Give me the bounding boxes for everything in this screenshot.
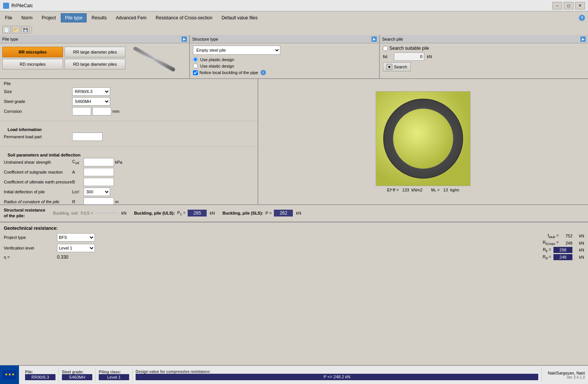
piling-status-value: Level 1 [99, 374, 129, 380]
steel-grade-select[interactable]: S460MH [72, 97, 110, 106]
structure-type-expand-icon[interactable]: ▶ [371, 36, 377, 42]
undrained-symbol: Cud [72, 159, 84, 165]
structure-dropdown-row: Empty steel pile Concrete filled Steel w… [193, 46, 376, 55]
eta-value: 0.330 [57, 254, 68, 260]
structure-content: Empty steel pile Concrete filled Steel w… [190, 43, 379, 78]
undrained-unit: kPa [115, 160, 122, 164]
size-select[interactable]: RR90/6.3 [72, 87, 110, 96]
structure-type-panel: Structure type ▶ Empty steel pile Concre… [190, 35, 380, 78]
structure-type-select[interactable]: Empty steel pile Concrete filled Steel w… [193, 46, 280, 55]
search-button-label: Search [394, 65, 407, 69]
rr-large-button[interactable]: RR large diameter piles [65, 47, 125, 57]
suitable-pile-checkbox[interactable] [383, 46, 388, 51]
rd-value: 248 [553, 254, 572, 260]
rk-unit: kN [575, 248, 584, 252]
radius-unit: m [115, 199, 119, 204]
eta-row: η = 0.330 [4, 254, 501, 260]
radius-input[interactable]: 75 [84, 198, 114, 204]
rd-large-button[interactable]: RD large diameter piles [65, 59, 125, 70]
status-bar: ★★★ Pile: RR90/6.3 Steel grade: S460MH P… [0, 365, 588, 384]
subgrade-label: Coefficient of subgrade reaction [4, 170, 72, 174]
pile-diagram-panel: EIᵉff = 133 kNm2 Mₛ = 13 kg/m [258, 79, 588, 204]
radius-row: Radius of curvature of the pile R 75 m [4, 198, 254, 204]
p-unit: kN [296, 211, 301, 215]
earth-input[interactable]: 7.5 [84, 178, 114, 186]
pile-type-expand-icon[interactable]: ▶ [182, 36, 187, 42]
fd-value [95, 212, 118, 214]
divider-2 [0, 146, 258, 147]
pile-type-panel: Pile type ▶ RR micropiles RR large diame… [0, 35, 190, 78]
buckling-sls-group: Buckling, pile (SLS): P = 262 kN [223, 210, 301, 216]
pile-diagram-info: EIᵉff = 133 kNm2 Mₛ = 13 kg/m [387, 188, 459, 193]
app-icon [3, 3, 9, 9]
load-info-section: Load information Permanent load part 0.5… [0, 123, 258, 145]
pile-props-panel: Pile Size RR90/6.3 Steel grade S460MH Co… [0, 79, 258, 204]
menu-advanced-fem[interactable]: Advanced Fem [112, 13, 151, 22]
pile-image [131, 45, 177, 71]
toolbar-separator [32, 26, 32, 33]
menu-results[interactable]: Results [87, 13, 111, 22]
local-buckling-info-icon[interactable]: i [261, 70, 266, 75]
close-button[interactable]: ✕ [575, 2, 585, 9]
fid-row: fid kN [383, 52, 585, 61]
buckling-soil-label: Buckling, soil: [53, 211, 78, 215]
title-bar: RrPileCalc – ◻ ✕ [0, 0, 588, 11]
corrosion-outer-input[interactable]: 2.0 [72, 107, 91, 115]
local-buckling-checkbox[interactable] [193, 70, 198, 75]
menu-pile-type[interactable]: Pile type [61, 13, 87, 22]
piling-status-label: Piling class: [99, 370, 129, 374]
init-defl-select[interactable]: 300 400 600 [84, 188, 110, 196]
top-section: Pile type ▶ RR micropiles RR large diame… [0, 35, 588, 79]
minimize-button[interactable]: – [552, 2, 562, 9]
menu-resistance[interactable]: Resistance of Cross-section [152, 13, 217, 22]
rd-micropiles-button[interactable]: RD micropiles [2, 59, 63, 70]
restore-button[interactable]: ◻ [564, 2, 574, 9]
radius-label: Radius of curvature of the pile [4, 199, 72, 204]
buckling-uls-group: Buckling, pile (ULS): P1 = 285 kN [134, 210, 215, 216]
f-stuk-row: fstuk = 752 kN [508, 233, 584, 239]
menu-bar: File Norm Project Pile type Results Adva… [0, 11, 588, 24]
soil-params-section: Soil parameters and initial deflection U… [0, 148, 258, 204]
fid-input[interactable] [394, 52, 424, 61]
rd-max-row: Rd;max = 248 kN [508, 240, 584, 246]
save-button[interactable]: 💾 [21, 26, 30, 33]
verification-select[interactable]: Level 1 Level 2 Level 3 [57, 244, 95, 252]
window-controls: – ◻ ✕ [552, 2, 585, 9]
open-button[interactable]: 📂 [12, 26, 20, 33]
verification-label: Verification level [4, 246, 57, 250]
menu-project[interactable]: Project [38, 13, 60, 22]
piling-status: Piling class: Level 1 [96, 367, 133, 382]
local-buckling-label: Notice local buckling of the pipe [199, 70, 258, 75]
menu-norm[interactable]: Norm [17, 13, 36, 22]
rd-max-value: 248 [561, 241, 572, 245]
project-type-select[interactable]: BFS EC7 [57, 233, 95, 242]
suitable-pile-label: Search suitable pile [389, 46, 429, 51]
new-button[interactable]: 📄 [2, 26, 11, 33]
corrosion-unit: mm [112, 109, 119, 114]
menu-default-values[interactable]: Default value files [217, 13, 262, 22]
status-version: Ver 3.4.1.0 [567, 375, 585, 379]
p1-unit: kN [210, 211, 215, 215]
verification-row: Verification level Level 1 Level 2 Level… [4, 244, 501, 252]
size-row: Size RR90/6.3 [4, 87, 254, 96]
search-pile-expand-icon[interactable]: ▶ [580, 36, 586, 42]
undrained-row: Undrained shear strength Cud 10.0 kPa [4, 158, 254, 166]
soil-params-title: Soil parameters and initial deflection [4, 152, 254, 158]
undrained-input[interactable]: 10.0 [84, 158, 114, 166]
help-icon[interactable]: ? [579, 15, 585, 21]
search-button[interactable]: ■ Search [383, 62, 411, 71]
menu-file[interactable]: File [1, 13, 16, 22]
earth-symbol: B [72, 180, 84, 184]
elastic-design-radio[interactable] [193, 63, 198, 68]
search-pile-header-label: Search pile [382, 37, 403, 41]
perm-load-input[interactable]: 0.50 [72, 133, 103, 141]
local-buckling-row: Notice local buckling of the pipe i [193, 69, 376, 76]
search-button-row: ■ Search [383, 62, 585, 71]
plastic-design-radio[interactable] [193, 57, 198, 62]
status-right: NairiSargsyan, Nairi Ver 3.4.1.0 [545, 370, 588, 380]
pile-label: Pile [4, 81, 72, 86]
corrosion-inner-input[interactable]: 1.0 [92, 107, 111, 115]
fid-label: fid [383, 54, 392, 59]
rr-micropiles-button[interactable]: RR micropiles [2, 47, 63, 57]
subgrade-input[interactable]: 80.0 [84, 168, 114, 176]
